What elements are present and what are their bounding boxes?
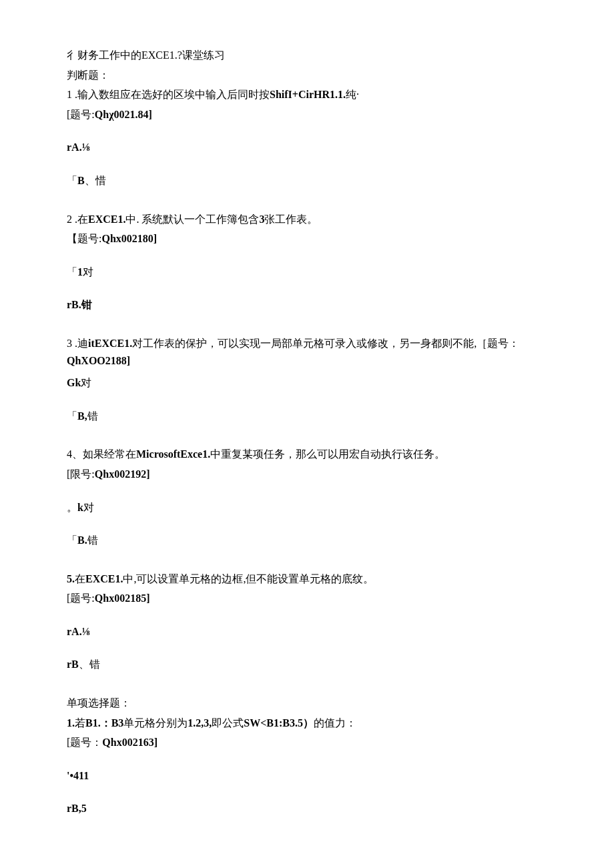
q4-optB-suffix: 错 xyxy=(87,534,98,546)
q3-prefix: 3 .迪 xyxy=(67,338,88,349)
q4-optA-prefix: 。 xyxy=(67,502,77,513)
q3-optB-suffix: 错 xyxy=(87,410,98,422)
q2-suffix: 张工作表。 xyxy=(264,213,318,225)
mc1-mid2: 即公式 xyxy=(212,717,244,729)
q2-prefix: 2 .在 xyxy=(67,213,88,225)
mc1-id: [题号：Qhx002163] xyxy=(67,734,547,751)
q4-id-prefix: [限号: xyxy=(67,468,95,480)
q5-after: 在 xyxy=(75,573,85,584)
mc1-bold1: B1.：B3 xyxy=(85,717,123,729)
section1-header: 判断题： xyxy=(67,67,547,84)
q3-text: 3 .迪itEXCE1.对工作表的保护，可以实现一局部单元格可录入或修改，另一身… xyxy=(67,335,547,369)
q5-optB: rB、错 xyxy=(67,656,547,673)
q2-id-bold: Qhx002180] xyxy=(101,233,157,244)
q5-optA-text: rA.⅛ xyxy=(67,626,90,637)
q4-optB-prefix: 「 xyxy=(67,534,77,546)
q4-id: [限号:Qhx002192] xyxy=(67,466,547,483)
q4-bold: MicrosoftExce1. xyxy=(136,448,210,460)
q2-optA-bold: 1 xyxy=(77,266,83,278)
q5-id-prefix: [题号: xyxy=(67,592,95,604)
q2-bold1: EXCE1. xyxy=(88,213,125,225)
mc1-prefix: 1. xyxy=(67,717,75,729)
mc1-after: 若 xyxy=(75,717,85,729)
q4-suffix: 中重复某项任务，那么可以用宏自动执行该任务。 xyxy=(210,448,445,460)
mc1-optB: rB,5 xyxy=(67,800,547,817)
document-title: 彳财务工作中的EXCE1.?课堂练习 xyxy=(67,47,547,64)
mc1-optA-text: '•411 xyxy=(67,770,89,781)
q2-optB-text: rB.钳 xyxy=(67,299,92,310)
q1-id-bold: Qhχ0021.84] xyxy=(95,109,152,120)
q3-optB: 「B,错 xyxy=(67,408,547,425)
q2-optA: 「1对 xyxy=(67,264,547,281)
q1-text: 1 .输入数组应在选好的区埃中输入后同时按ShifI+CirHR1.1.纯· xyxy=(67,86,547,103)
mc1-optA: '•411 xyxy=(67,767,547,785)
q5-bold: EXCE1. xyxy=(85,573,123,584)
q3-optB-prefix: 「 xyxy=(67,410,77,422)
q1-optB-bold: B xyxy=(77,175,85,186)
q2-optA-suffix: 对 xyxy=(83,266,93,278)
mc1-mid1: 单元格分别为 xyxy=(123,717,188,729)
q1-optB-prefix: 「 xyxy=(67,175,77,186)
q5-optB-bold: B xyxy=(71,659,79,670)
section2-header: 单项选择题： xyxy=(67,695,547,712)
q3-optA-bold: Gk xyxy=(67,377,81,388)
q2-mid: 中. 系统默认一个工作簿包含 xyxy=(125,213,259,225)
q2-id: 【题号:Qhx002180] xyxy=(67,230,547,248)
q2-id-prefix: 【题号: xyxy=(67,233,101,244)
q1-optB-suffix: 、惜 xyxy=(85,175,106,186)
q2-text: 2 .在EXCE1.中. 系统默认一个工作簿包含3张工作表。 xyxy=(67,211,547,228)
q4-prefix: 4、如果经常在 xyxy=(67,448,136,460)
q2-optA-prefix: 「 xyxy=(67,266,77,278)
q4-optA: 。k对 xyxy=(67,499,547,516)
q4-optA-bold: k xyxy=(77,502,83,513)
q4-text: 4、如果经常在MicrosoftExce1.中重复某项任务，那么可以用宏自动执行… xyxy=(67,446,547,463)
q1-optA-text: rA.⅛ xyxy=(67,141,90,153)
q3-id-bold: QhXOO2188] xyxy=(67,355,130,366)
mc1-suffix: 的值力： xyxy=(314,717,356,729)
q5-prefix: 5. xyxy=(67,573,75,584)
mc1-id-bold: Qhx002163] xyxy=(102,737,158,748)
section2-header-text: 单项选择题： xyxy=(67,697,131,709)
q5-optB-suffix: 、错 xyxy=(79,659,100,670)
q5-text: 5.在EXCE1.中,可以设置单元格的边框,但不能设置单元格的底纹。 xyxy=(67,570,547,588)
q3-suffix: 对工作表的保护，可以实现一局部单元格可录入或修改，另一身都则不能,［题号： xyxy=(132,338,519,349)
q3-optA: Gk对 xyxy=(67,374,547,392)
q4-optB-bold: B. xyxy=(77,534,87,546)
mc1-optB-text: rB,5 xyxy=(67,803,87,814)
q5-id-bold: Qhx002185] xyxy=(95,592,150,604)
q5-id: [题号:Qhx002185] xyxy=(67,590,547,607)
q4-optA-suffix: 对 xyxy=(83,502,94,513)
q1-bold: ShifI+CirHR1.1. xyxy=(270,89,346,100)
q5-optA: rA.⅛ xyxy=(67,623,547,640)
title-text: 彳财务工作中的EXCE1.?课堂练习 xyxy=(67,49,225,61)
q1-optA: rA.⅛ xyxy=(67,139,547,156)
q3-optA-suffix: 对 xyxy=(81,377,91,388)
mc1-id-prefix: [题号： xyxy=(67,737,102,748)
q1-optB: 「B、惜 xyxy=(67,172,547,189)
q1-id-prefix: [题号: xyxy=(67,109,95,120)
q1-prefix: 1 .输入数组应在选好的区埃中输入后同时按 xyxy=(67,89,270,100)
mc1-bold3: SW<B1:B3.5） xyxy=(244,717,314,729)
mc1-text: 1.若B1.：B3单元格分别为1.2,3,即公式SW<B1:B3.5）的值力： xyxy=(67,715,547,732)
mc1-bold2: 1.2,3, xyxy=(188,717,212,729)
q2-optB: rB.钳 xyxy=(67,296,547,314)
section1-header-text: 判断题： xyxy=(67,69,109,81)
q4-optB: 「B.错 xyxy=(67,532,547,549)
q4-id-bold: Qhx002192] xyxy=(95,468,150,480)
q3-optB-bold: B, xyxy=(77,410,87,422)
q3-bold: itEXCE1. xyxy=(88,338,132,349)
q1-suffix: 纯· xyxy=(346,89,359,100)
q1-id: [题号:Qhχ0021.84] xyxy=(67,106,547,123)
q5-suffix: 中,可以设置单元格的边框,但不能设置单元格的底纹。 xyxy=(123,573,374,584)
